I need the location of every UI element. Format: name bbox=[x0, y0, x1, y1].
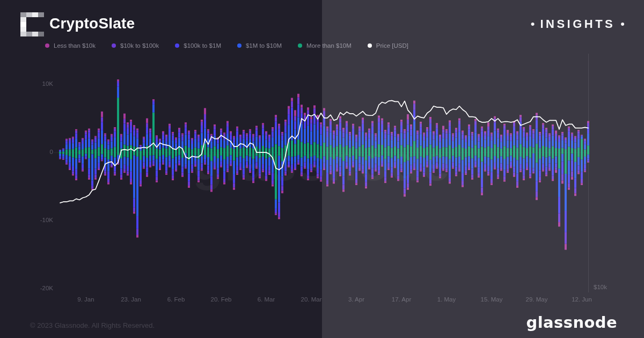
legend-dot-icon bbox=[368, 43, 372, 48]
x-axis-label: 23. Jan bbox=[121, 296, 141, 303]
legend-dot-icon bbox=[112, 43, 116, 48]
x-axis-label: 3. Apr bbox=[348, 296, 364, 303]
x-axis-label: 29. May bbox=[526, 296, 548, 303]
cryptoslate-logo-icon bbox=[20, 12, 44, 36]
y-axis-label: -20K bbox=[20, 285, 53, 291]
x-axis-label: 15. May bbox=[481, 296, 503, 303]
legend-item: Less than $10k bbox=[45, 42, 96, 49]
bullet-icon: • bbox=[531, 18, 535, 30]
x-axis-label: 20. Feb bbox=[211, 296, 232, 303]
bullet-icon: • bbox=[620, 18, 625, 30]
x-axis-label: 12. Jun bbox=[572, 296, 592, 303]
insights-label: INSIGHTS bbox=[540, 17, 615, 31]
x-axis-label: 1. May bbox=[437, 296, 456, 303]
legend-item: $10k to $100k bbox=[112, 42, 159, 49]
legend-label: $100k to $1M bbox=[184, 42, 221, 49]
x-axis-label: 6. Mar bbox=[258, 296, 275, 303]
legend-dot-icon bbox=[237, 43, 241, 48]
legend-label: Less than $10k bbox=[54, 42, 96, 49]
insights-badge: • INSIGHTS • bbox=[531, 17, 625, 31]
glassnode-wordmark: glassnode bbox=[526, 313, 617, 332]
netflow-chart-canvas bbox=[0, 0, 644, 338]
legend-dot-icon bbox=[298, 43, 302, 48]
legend-item: $100k to $1M bbox=[175, 42, 221, 49]
legend-dot-icon bbox=[175, 43, 179, 48]
y-axis-label: 10K bbox=[20, 80, 53, 87]
x-axis-label: 20. Mar bbox=[301, 296, 322, 303]
brand-title: CryptoSlate bbox=[49, 15, 135, 32]
copyright-text: © 2023 Glassnode. All Rights Reserved. bbox=[30, 321, 155, 329]
x-axis-label: 9. Jan bbox=[77, 296, 94, 303]
y-axis-label: -10K bbox=[20, 217, 53, 223]
legend-item: Price [USD] bbox=[368, 42, 408, 49]
legend-item: More than $10M bbox=[298, 42, 352, 49]
legend-dot-icon bbox=[45, 43, 49, 48]
x-axis-label: 6. Feb bbox=[167, 296, 185, 303]
legend-item: $1M to $10M bbox=[237, 42, 282, 49]
legend: Less than $10k$10k to $100k$100k to $1M$… bbox=[45, 42, 408, 49]
insight-card: glassnode 10K0-10K-20K 9. Jan23. Jan6. F… bbox=[0, 0, 644, 338]
price-axis-tick: $10k bbox=[594, 284, 607, 290]
legend-label: $1M to $10M bbox=[246, 42, 282, 49]
y-axis-label: 0 bbox=[20, 149, 53, 155]
legend-label: More than $10M bbox=[306, 42, 352, 49]
legend-label: $10k to $100k bbox=[120, 42, 159, 49]
x-axis-label: 17. Apr bbox=[392, 296, 411, 303]
legend-label: Price [USD] bbox=[376, 42, 408, 49]
